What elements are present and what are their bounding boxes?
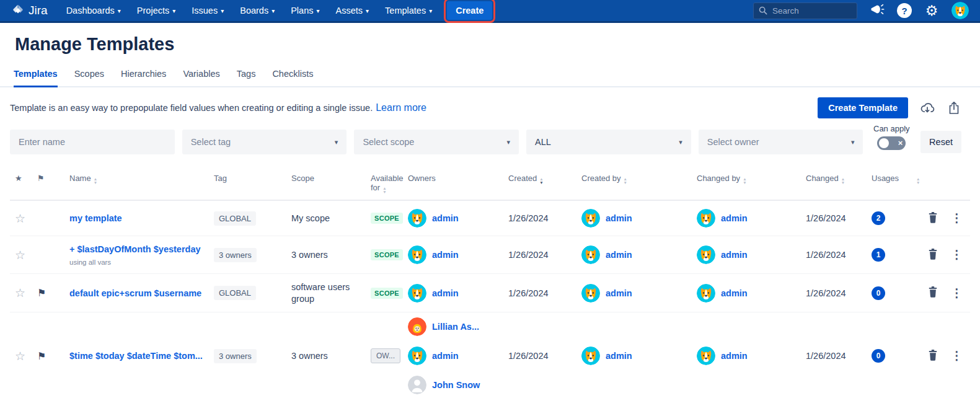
column-header-name[interactable]: Name▲▼ — [62, 154, 214, 200]
chevron-down-icon: ▾ — [172, 7, 175, 14]
owner-link[interactable]: John Snow — [432, 380, 480, 390]
usages-badge[interactable]: 0 — [872, 349, 885, 363]
column-header-created[interactable]: Created▲▼ — [508, 154, 581, 200]
owner-link[interactable]: admin — [432, 213, 459, 223]
usages-badge[interactable]: 2 — [872, 211, 885, 225]
sort-descending-icon: ▲▼ — [539, 177, 543, 184]
tab-templates[interactable]: Templates — [14, 65, 58, 86]
column-header-available-for[interactable]: Available for▲▼ — [371, 154, 408, 200]
template-name-link[interactable]: $time $today $dateTime $tom... — [69, 351, 203, 361]
nav-item-assets[interactable]: Assets▾ — [336, 6, 369, 15]
column-header-changed[interactable]: Changed▲▼ — [806, 154, 872, 200]
nav-item-plans[interactable]: Plans▾ — [291, 6, 319, 15]
dog-avatar — [581, 347, 600, 365]
reset-button[interactable]: Reset — [920, 131, 961, 153]
delete-button[interactable] — [927, 248, 938, 262]
settings-gear-icon[interactable]: ⚙ — [924, 3, 939, 18]
changed-date: 1/26/2024 — [806, 351, 846, 361]
column-header-owners[interactable]: Owners — [408, 154, 508, 200]
sort-icon: ▲▼ — [916, 177, 920, 184]
column-header-created-by[interactable]: Created by▲▼ — [581, 154, 697, 200]
tag-badge: 3 owners — [214, 349, 257, 363]
dog-avatar — [581, 209, 600, 228]
type-filter-select[interactable]: ALL ▾ — [526, 130, 691, 154]
owner-link[interactable]: admin — [432, 351, 459, 361]
template-name-link[interactable]: + $lastDayOfMonth $yesterday — [69, 244, 201, 254]
learn-more-link[interactable]: Learn more — [376, 102, 426, 113]
search-input[interactable] — [753, 2, 857, 19]
chevron-down-icon: ▾ — [118, 7, 121, 14]
export-share-icon[interactable] — [947, 100, 961, 115]
help-icon[interactable]: ? — [897, 3, 912, 18]
tab-variables[interactable]: Variables — [183, 65, 219, 86]
column-header-usages[interactable]: Usages▲▼ — [872, 154, 924, 200]
favorite-star-icon[interactable]: ☆ — [15, 211, 25, 226]
owner-filter-select[interactable]: Select owner ▾ — [699, 130, 863, 154]
nav-menu: Dashboards▾ Projects▾ Issues▾ Boards▾ Pl… — [66, 6, 433, 15]
flag-column-header-flag-icon[interactable]: ⚑ — [37, 154, 62, 200]
row-actions-menu-button[interactable]: ⋮ — [951, 288, 963, 299]
changed-by-link[interactable]: admin — [721, 351, 748, 361]
nav-item-templates[interactable]: Templates▾ — [385, 6, 432, 15]
tab-scopes[interactable]: Scopes — [74, 65, 104, 86]
delete-button[interactable] — [927, 286, 938, 300]
created-date: 1/26/2024 — [508, 288, 549, 298]
tag-filter-select[interactable]: Select tag ▾ — [182, 130, 347, 154]
favorite-star-icon[interactable]: ☆ — [15, 248, 25, 262]
nav-item-boards[interactable]: Boards▾ — [240, 6, 275, 15]
created-by-link[interactable]: admin — [606, 288, 632, 298]
usages-badge[interactable]: 1 — [872, 248, 885, 262]
owner-link[interactable]: admin — [432, 288, 459, 298]
favorite-column-header-star-icon[interactable]: ★ — [10, 154, 37, 200]
column-header-scope[interactable]: Scope — [291, 154, 371, 200]
dog-avatar — [697, 347, 715, 365]
created-by-link[interactable]: admin — [606, 351, 632, 361]
jira-brand[interactable]: Jira — [11, 4, 48, 17]
chevron-down-icon: ▾ — [366, 7, 369, 14]
row-actions-menu-button[interactable]: ⋮ — [951, 249, 963, 260]
tab-checklists[interactable]: Checklists — [272, 65, 313, 86]
owner-link[interactable]: admin — [432, 250, 459, 260]
template-name-link[interactable]: my template — [69, 213, 122, 223]
import-cloud-download-icon[interactable] — [920, 100, 935, 115]
column-header-changed-by[interactable]: Changed by▲▼ — [697, 154, 806, 200]
created-by-link[interactable]: admin — [606, 213, 632, 223]
available-for-badge: SCOPE — [371, 213, 403, 224]
delete-button[interactable] — [927, 349, 938, 363]
created-date: 1/26/2024 — [508, 250, 549, 260]
changed-by-link[interactable]: admin — [721, 213, 748, 223]
usages-badge[interactable]: 0 — [872, 286, 885, 300]
brand-name: Jira — [29, 4, 48, 17]
jira-logo-icon — [11, 4, 25, 17]
favorite-star-icon[interactable]: ☆ — [15, 349, 25, 363]
nav-item-dashboards[interactable]: Dashboards▾ — [66, 6, 121, 15]
row-actions-menu-button[interactable]: ⋮ — [951, 213, 963, 224]
nav-item-projects[interactable]: Projects▾ — [137, 6, 175, 15]
flag-icon[interactable]: ⚑ — [37, 350, 46, 362]
dog-avatar — [697, 209, 715, 228]
changed-by-link[interactable]: admin — [721, 288, 748, 298]
changed-by-link[interactable]: admin — [721, 250, 748, 260]
create-button[interactable]: Create — [447, 1, 492, 20]
dog-avatar — [408, 209, 426, 228]
changed-date: 1/26/2024 — [806, 288, 846, 298]
announcements-megaphone-icon[interactable] — [870, 3, 885, 18]
row-actions-menu-button[interactable]: ⋮ — [951, 350, 963, 361]
tab-tags[interactable]: Tags — [237, 65, 256, 86]
nav-item-issues[interactable]: Issues▾ — [192, 6, 224, 15]
scope-filter-select[interactable]: Select scope ▾ — [354, 130, 519, 154]
can-apply-toggle[interactable]: × — [877, 136, 906, 150]
flag-icon[interactable]: ⚑ — [37, 287, 46, 299]
search-icon — [758, 6, 768, 15]
user-avatar[interactable] — [951, 2, 969, 19]
delete-button[interactable] — [927, 211, 938, 226]
created-by-link[interactable]: admin — [606, 250, 632, 260]
favorite-star-icon[interactable]: ☆ — [15, 286, 25, 300]
name-filter-input[interactable] — [10, 130, 175, 154]
owner-link[interactable]: Lillian As... — [432, 322, 479, 332]
column-header-tag[interactable]: Tag — [214, 154, 291, 200]
template-name-link[interactable]: default epic+scrum $username — [69, 288, 201, 298]
tab-hierarchies[interactable]: Hierarchies — [121, 65, 166, 86]
dog-avatar — [581, 284, 600, 303]
create-template-button[interactable]: Create Template — [818, 97, 908, 118]
